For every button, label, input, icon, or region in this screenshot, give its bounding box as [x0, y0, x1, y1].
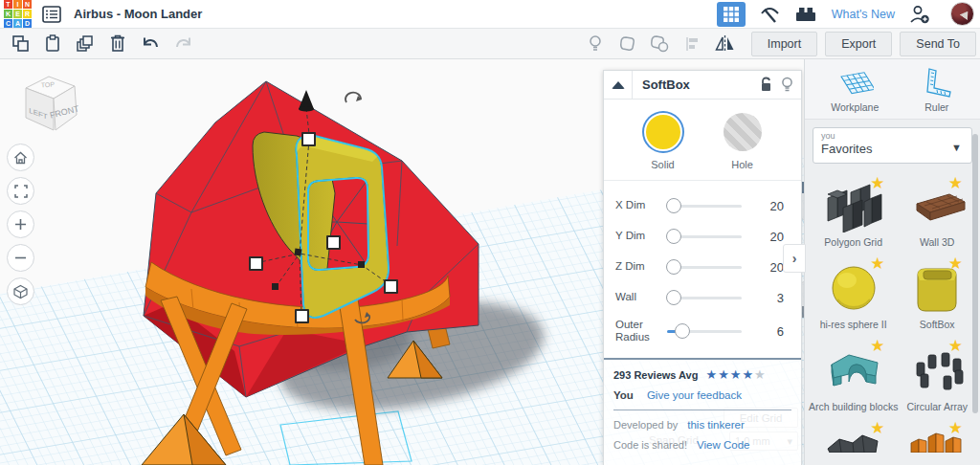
perspective-toggle-button[interactable] [7, 277, 34, 305]
dropdown-value: Favorites [821, 142, 964, 156]
scale-handle[interactable] [296, 310, 308, 322]
design-title[interactable]: Airbus - Moon Lander [74, 7, 202, 21]
zoom-in-button[interactable] [7, 210, 34, 238]
shape-category-dropdown[interactable]: you Favorites ▼ [813, 127, 972, 164]
shape-item-polygon-grid[interactable]: ★ Polygon Grid [809, 173, 898, 248]
mirror-button[interactable] [711, 31, 740, 57]
zoom-out-button[interactable] [7, 244, 34, 272]
ruler-label: Ruler [924, 101, 948, 113]
zdim-slider[interactable] [667, 266, 742, 269]
panel-scrollbar[interactable] [972, 134, 978, 413]
slider-knob[interactable] [666, 198, 681, 213]
undo-button[interactable] [136, 31, 165, 57]
solid-option[interactable]: Solid [644, 113, 682, 170]
slider-knob[interactable] [666, 290, 681, 305]
param-value[interactable]: 20 [749, 199, 790, 213]
dashboard-grid-button[interactable] [717, 2, 746, 27]
align-button[interactable] [679, 31, 707, 57]
logo-cell: R [23, 10, 32, 18]
star-icon[interactable]: ★ [742, 368, 753, 381]
ydim-slider[interactable] [667, 235, 742, 238]
collapse-panel-button[interactable] [604, 71, 633, 99]
param-label: Z Dim [615, 260, 659, 273]
param-value[interactable]: 20 [749, 230, 790, 244]
shape-item-hires-sphere[interactable]: ★ hi-res sphere II [809, 254, 898, 330]
raise-handle-cone[interactable] [299, 90, 314, 109]
invite-person-icon[interactable] [906, 2, 935, 27]
edit-toolbar: Import Export Send To [0, 29, 980, 59]
favorite-star-icon[interactable]: ★ [870, 175, 884, 191]
unlock-icon[interactable] [759, 77, 773, 93]
expand-panel-chevron[interactable]: › [783, 244, 806, 273]
minecraft-pickaxe-icon[interactable] [755, 2, 784, 27]
divider [613, 410, 791, 410]
shape-item-softbox[interactable]: ★ SoftBox [898, 254, 976, 330]
whats-new-link[interactable]: What's New [832, 8, 895, 21]
favorite-star-icon[interactable]: ★ [948, 420, 963, 436]
developed-by-label: Developed by [613, 419, 678, 431]
lego-brick-icon[interactable] [791, 2, 820, 27]
ungroup-button[interactable] [646, 31, 675, 57]
wall-slider[interactable] [667, 297, 742, 299]
favorite-star-icon[interactable]: ★ [948, 175, 963, 191]
hole-option[interactable]: Hole [724, 113, 762, 170]
view-code-link[interactable]: View Code [697, 439, 749, 451]
hole-label: Hole [731, 159, 753, 170]
delete-button[interactable] [103, 31, 132, 57]
slider-knob[interactable] [666, 259, 681, 275]
copy-button[interactable] [6, 31, 34, 57]
import-button[interactable]: Import [751, 32, 817, 56]
app-header: T I N K E R C A D Airbus - Moon Lander W… [0, 0, 980, 29]
xdim-slider[interactable] [667, 205, 742, 208]
param-row-zdim: Z Dim 20 [615, 252, 790, 282]
logo-cell: C [4, 19, 12, 28]
this-tinkerer-link[interactable]: this tinkerer [687, 419, 744, 431]
scale-handle[interactable] [327, 236, 340, 249]
slider-knob[interactable] [675, 323, 690, 339]
favorite-star-icon[interactable]: ★ [870, 338, 884, 354]
give-feedback-link[interactable]: Give your feedback [647, 389, 742, 401]
shape-item-circular-array[interactable]: ★ Circular Array [898, 336, 976, 412]
param-value[interactable]: 6 [749, 324, 790, 339]
scale-handle[interactable] [250, 257, 262, 270]
param-value[interactable]: 3 [749, 291, 790, 305]
solid-swatch[interactable] [644, 113, 682, 151]
favorite-star-icon[interactable]: ★ [948, 255, 963, 272]
shape-item-arch-blocks[interactable]: ★ Arch building blocks [809, 336, 898, 412]
view-cube[interactable]: TOP LEFT FRONT [13, 71, 82, 138]
scale-handle[interactable] [302, 133, 315, 145]
home-view-button[interactable] [7, 144, 34, 171]
favorite-star-icon[interactable]: ★ [870, 255, 884, 272]
star-icon[interactable]: ★ [705, 368, 717, 381]
scale-handle[interactable] [385, 280, 397, 293]
send-to-button[interactable]: Send To [900, 32, 976, 56]
helper-tools: Workplane Ruler [805, 59, 980, 120]
scene-list-icon[interactable] [39, 3, 64, 26]
tinkercad-logo[interactable]: T I N K E R C A D [4, 0, 32, 28]
star-icon[interactable]: ★ [730, 368, 742, 381]
paste-button[interactable] [38, 31, 67, 57]
favorite-star-icon[interactable]: ★ [948, 338, 963, 354]
star-icon[interactable]: ★ [754, 368, 766, 381]
fit-view-button[interactable] [7, 177, 34, 205]
export-button[interactable]: Export [825, 32, 892, 56]
star-icon[interactable]: ★ [718, 368, 729, 381]
param-label: Wall [615, 291, 659, 303]
group-button[interactable] [613, 31, 642, 57]
inspector-title: SoftBox [642, 78, 759, 92]
shape-item-cutoff-right[interactable]: ★ [898, 418, 976, 453]
param-label: Y Dim [615, 230, 659, 242]
redo-button[interactable] [168, 31, 197, 57]
workplane-tool[interactable]: Workplane [831, 67, 879, 113]
show-all-button[interactable] [581, 31, 610, 57]
lightbulb-icon[interactable] [781, 77, 793, 94]
shape-item-cutoff-left[interactable]: ★ [809, 418, 898, 453]
outer-radius-slider[interactable] [667, 330, 742, 333]
hole-swatch[interactable] [724, 113, 762, 151]
duplicate-button[interactable] [71, 31, 100, 57]
favorite-star-icon[interactable]: ★ [870, 420, 884, 436]
slider-knob[interactable] [666, 229, 681, 244]
user-avatar[interactable] [950, 2, 974, 26]
shape-item-wall-3d[interactable]: ★ Wall 3D [898, 173, 976, 248]
ruler-tool[interactable]: Ruler [920, 67, 954, 113]
